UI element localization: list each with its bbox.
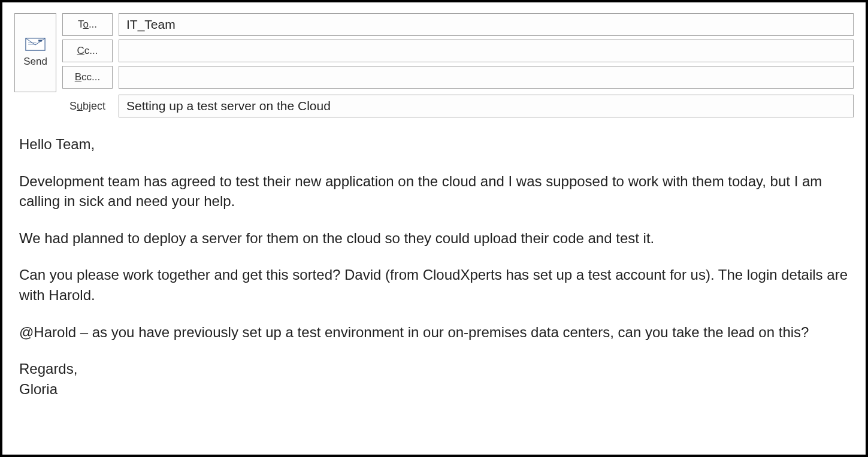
cc-button[interactable]: Cc... [62,40,113,62]
bcc-button[interactable]: Bcc... [62,66,113,89]
send-label: Send [23,56,47,68]
to-button[interactable]: To... [62,13,113,36]
subject-label: Subject [62,95,113,117]
body-paragraph-2: We had planned to deploy a server for th… [19,228,849,249]
to-row: To... [62,13,854,36]
compose-window: Send To... Cc... Bcc... [0,0,868,457]
send-button[interactable]: Send [14,13,56,92]
message-body[interactable]: Hello Team, Development team has agreed … [14,134,854,399]
body-signoff: Regards, [19,359,849,379]
body-paragraph-1: Development team has agreed to test thei… [19,171,849,211]
bcc-input[interactable] [119,66,854,89]
subject-input[interactable] [119,95,854,117]
body-paragraph-3: Can you please work together and get thi… [19,265,849,305]
subject-row: Subject [62,95,854,117]
cc-input[interactable] [119,40,854,62]
bcc-row: Bcc... [62,66,854,89]
fields-wrapper: To... Cc... Bcc... Subject [62,13,854,117]
body-name: Gloria [19,379,849,400]
body-greeting: Hello Team, [19,134,849,155]
compose-header: Send To... Cc... Bcc... [14,13,854,117]
to-input[interactable] [119,13,854,36]
envelope-icon [25,38,46,51]
svg-rect-1 [38,40,42,41]
body-paragraph-4: @Harold – as you have previously set up … [19,322,849,343]
cc-row: Cc... [62,40,854,62]
